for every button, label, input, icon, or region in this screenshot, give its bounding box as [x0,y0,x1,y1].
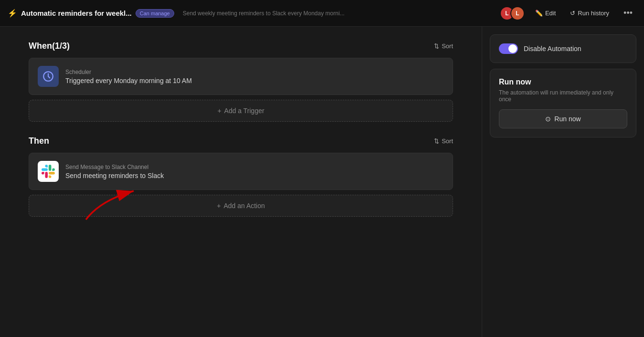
then-section-header: Then ⇅ Sort [29,136,453,146]
scheduler-card[interactable]: Scheduler Triggered every Monday morning… [29,58,453,95]
more-icon: ••• [623,8,633,18]
scheduler-card-text: Scheduler Triggered every Monday morning… [65,69,192,84]
when-title: When(1/3) [29,41,70,51]
history-icon: ↺ [570,10,575,17]
disable-automation-card: Disable Automation [490,34,636,63]
scheduler-title: Scheduler [65,69,192,75]
then-sort-label: Sort [442,137,453,145]
page-title: Automatic reminders for weekl... [21,9,132,17]
then-title: Then [29,136,49,146]
left-panel: When(1/3) ⇅ Sort Scheduler Triggered eve… [0,27,482,337]
right-panel: Disable Automation Run now The automatio… [482,27,644,337]
when-section-header: When(1/3) ⇅ Sort [29,41,453,51]
more-options-button[interactable]: ••• [620,6,636,20]
run-now-description: The automation will run immediately and … [499,89,627,103]
slack-title: Send Message to Slack Channel [65,164,164,170]
add-action-button[interactable]: + Add an Action [29,195,453,217]
run-now-btn-label: Run now [554,115,581,123]
disable-automation-label: Disable Automation [524,45,581,53]
edit-button[interactable]: ✏️ Edit [531,7,560,19]
header-subtitle: Send weekly meeting reminders to Slack e… [183,10,500,17]
add-action-label: Add an Action [223,202,264,210]
sort-label: Sort [442,42,453,50]
slack-card-text: Send Message to Slack Channel Send meeti… [65,164,164,179]
toggle-knob [508,44,517,53]
run-now-title: Run now [499,78,627,86]
scheduler-description: Triggered every Monday morning at 10 AM [65,77,192,84]
slack-icon [42,165,55,178]
add-trigger-label: Add a Trigger [224,107,264,115]
avatar-stack: L L [500,6,525,21]
toggle-row: Disable Automation [499,43,627,54]
scheduler-icon-container [38,66,59,87]
run-now-circle-icon: ⊙ [545,115,551,123]
disable-automation-toggle[interactable] [499,43,518,54]
slack-description: Send meeting reminders to Slack [65,172,164,179]
edit-label: Edit [545,10,556,17]
run-now-button[interactable]: ⊙ Run now [499,109,627,128]
header-right: L L ✏️ Edit ↺ Run history ••• [500,6,636,21]
can-manage-badge: Can manage [136,9,174,18]
then-sort-button[interactable]: ⇅ Sort [434,137,453,145]
header-title-row: ⚡ Automatic reminders for weekl... Can m… [8,9,174,18]
when-sort-button[interactable]: ⇅ Sort [434,42,453,50]
slack-icon-container [38,161,59,182]
add-action-plus-icon: + [217,202,221,210]
main-content: When(1/3) ⇅ Sort Scheduler Triggered eve… [0,27,644,337]
then-sort-icon: ⇅ [434,137,439,145]
avatar-2: L [510,6,525,21]
add-trigger-plus-icon: + [217,107,221,115]
sort-icon: ⇅ [434,42,439,50]
edit-icon: ✏️ [535,10,543,17]
header-left: ⚡ Automatic reminders for weekl... Can m… [8,9,179,18]
add-trigger-button[interactable]: + Add a Trigger [29,100,453,122]
bolt-icon: ⚡ [8,9,17,18]
clock-icon [42,70,54,83]
slack-card[interactable]: Send Message to Slack Channel Send meeti… [29,153,453,190]
run-history-label: Run history [578,10,609,17]
run-now-card: Run now The automation will run immediat… [490,69,636,137]
run-history-button[interactable]: ↺ Run history [566,7,613,19]
header: ⚡ Automatic reminders for weekl... Can m… [0,0,644,27]
